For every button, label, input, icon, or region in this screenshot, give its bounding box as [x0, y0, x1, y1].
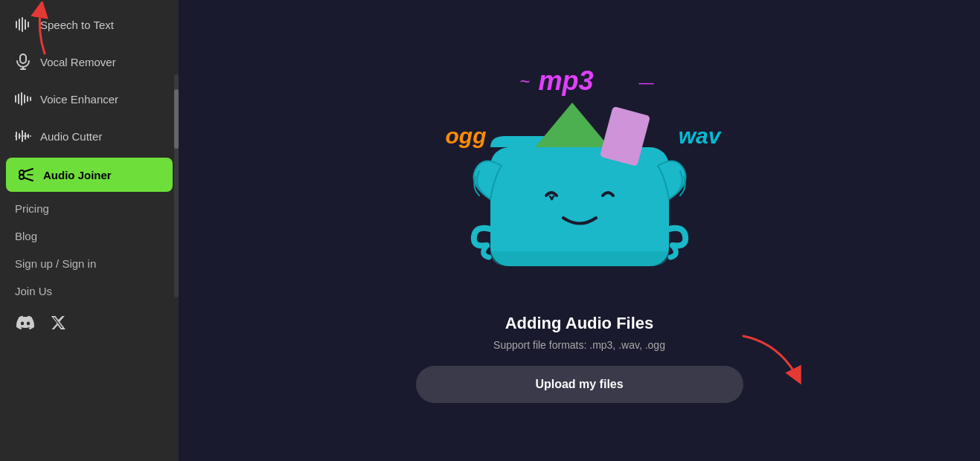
- sidebar-item-vocal-remover[interactable]: Vocal Remover: [0, 43, 179, 80]
- speech-to-text-icon: [15, 16, 31, 33]
- support-formats-text: Support file formats: .mp3, .wav, .ogg: [416, 339, 743, 351]
- audio-cutter-icon: [15, 128, 31, 144]
- sidebar-item-join[interactable]: Join Us: [0, 277, 179, 305]
- svg-rect-1: [19, 19, 20, 30]
- sidebar-item-audio-cutter[interactable]: Audio Cutter: [0, 117, 179, 155]
- mascot-container: ogg mp3 ~ — wav: [423, 58, 736, 296]
- twitter-x-icon[interactable]: [48, 312, 68, 333]
- sidebar-item-label: Audio Joiner: [43, 169, 112, 181]
- adding-audio-files-title: Adding Audio Files: [416, 314, 743, 333]
- sidebar-item-blog[interactable]: Blog: [0, 222, 179, 250]
- sidebar-item-speech-to-text[interactable]: Speech to Text: [0, 6, 179, 43]
- main-content: ogg mp3 ~ — wav: [179, 0, 980, 461]
- blog-label: Blog: [15, 230, 37, 242]
- svg-rect-5: [20, 54, 26, 63]
- sidebar-item-label: Audio Cutter: [40, 130, 102, 143]
- sidebar-item-signin[interactable]: Sign up / Sign in: [0, 250, 179, 277]
- svg-rect-17: [25, 132, 26, 140]
- svg-rect-11: [24, 94, 25, 103]
- upload-files-button[interactable]: Upload my files: [416, 366, 743, 403]
- discord-icon[interactable]: [15, 312, 36, 333]
- pricing-label: Pricing: [15, 202, 49, 215]
- folder-mascot: [468, 80, 691, 274]
- svg-rect-0: [16, 21, 17, 28]
- join-label: Join Us: [15, 285, 52, 297]
- svg-point-21: [19, 175, 24, 179]
- sidebar-item-label: Vocal Remover: [40, 56, 116, 68]
- format-ogg-label: ogg: [446, 123, 487, 149]
- signin-label: Sign up / Sign in: [15, 257, 96, 270]
- svg-rect-3: [25, 19, 26, 30]
- social-icons: [0, 305, 179, 341]
- illustration-area: ogg mp3 ~ — wav: [416, 58, 743, 403]
- voice-enhancer-icon: [15, 91, 31, 107]
- sidebar-item-label: Speech to Text: [40, 19, 114, 31]
- mic-icon: [15, 54, 31, 70]
- sidebar-item-audio-joiner[interactable]: Audio Joiner: [6, 158, 173, 192]
- sidebar: Speech to Text Vocal Remover Voice Enhan: [0, 0, 179, 461]
- svg-line-22: [24, 169, 33, 172]
- upload-arrow-annotation: [736, 329, 810, 396]
- text-section: Adding Audio Files Support file formats:…: [416, 314, 743, 403]
- svg-rect-13: [30, 97, 31, 101]
- svg-marker-27: [535, 103, 609, 147]
- sidebar-item-label: Voice Enhancer: [40, 93, 118, 106]
- svg-line-23: [24, 178, 33, 181]
- svg-rect-10: [21, 92, 22, 106]
- svg-rect-9: [18, 94, 19, 104]
- format-wav-label: wav: [679, 123, 721, 149]
- svg-rect-2: [22, 17, 23, 32]
- svg-rect-8: [15, 95, 16, 103]
- sidebar-item-pricing[interactable]: Pricing: [0, 195, 179, 222]
- format-mp3-label: mp3: [539, 65, 594, 97]
- sidebar-item-voice-enhancer[interactable]: Voice Enhancer: [0, 80, 179, 117]
- svg-rect-26: [490, 147, 669, 266]
- svg-rect-4: [28, 22, 29, 28]
- scissors-icon: [18, 167, 34, 183]
- svg-rect-12: [27, 96, 28, 102]
